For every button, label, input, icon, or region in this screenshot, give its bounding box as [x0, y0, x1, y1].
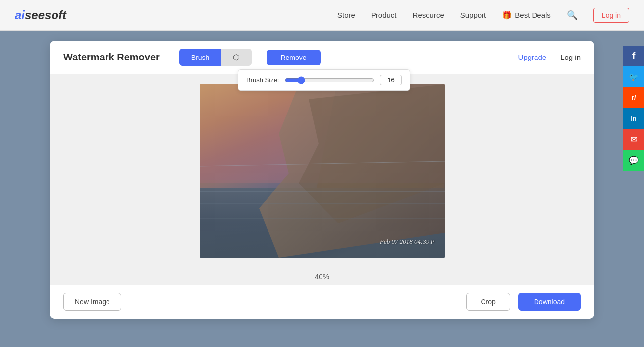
- social-sidebar: f 🐦 r/ in ✉ 💬: [623, 46, 644, 171]
- watermark-overlay-text: Feb 07 2018 04:39 P: [380, 238, 434, 246]
- reddit-icon: r/: [631, 94, 636, 102]
- nav-store[interactable]: Store: [337, 11, 355, 19]
- twitter-icon: 🐦: [629, 72, 639, 82]
- scene-svg: [200, 84, 445, 258]
- new-image-button[interactable]: New Image: [63, 293, 121, 311]
- panel-header-right: Upgrade Log in: [518, 53, 581, 61]
- best-deals-label: Best Deals: [515, 11, 551, 19]
- whatsapp-share-button[interactable]: 💬: [623, 150, 644, 171]
- image-area: Feb 07 2018 04:39 P: [50, 74, 594, 268]
- brush-size-input[interactable]: [380, 75, 402, 85]
- svg-rect-5: [200, 191, 445, 192]
- best-deals-link[interactable]: 🎁 Best Deals: [502, 10, 551, 20]
- whatsapp-icon: 💬: [629, 156, 639, 165]
- nav-support[interactable]: Support: [460, 11, 486, 19]
- nav-resource[interactable]: Resource: [413, 11, 444, 19]
- tool-panel: Watermark Remover Brush ⬡ Remove Upgrade…: [50, 41, 594, 319]
- gift-icon: 🎁: [502, 10, 512, 20]
- tool-buttons: Brush ⬡: [179, 49, 252, 66]
- brush-size-label: Brush Size:: [246, 76, 279, 84]
- nav-links: Store Product Resource Support 🎁 Best De…: [337, 8, 629, 23]
- progress-area: 40%: [50, 268, 594, 285]
- download-button[interactable]: Download: [518, 293, 581, 311]
- panel-login-link[interactable]: Log in: [560, 53, 581, 61]
- panel-footer: New Image Crop Download: [50, 285, 594, 319]
- reddit-share-button[interactable]: r/: [623, 87, 644, 108]
- nav-product[interactable]: Product: [371, 11, 397, 19]
- svg-rect-6: [200, 203, 445, 204]
- logo-seesoft: seesoft: [25, 8, 66, 22]
- panel-header: Watermark Remover Brush ⬡ Remove Upgrade…: [50, 41, 594, 74]
- main-content: Watermark Remover Brush ⬡ Remove Upgrade…: [0, 31, 644, 347]
- footer-actions: Crop Download: [466, 293, 581, 311]
- lasso-icon: ⬡: [233, 53, 240, 61]
- brush-button[interactable]: Brush: [179, 49, 221, 66]
- gmail-share-button[interactable]: ✉: [623, 129, 644, 150]
- progress-text: 40%: [315, 272, 329, 281]
- logo: aiseesoft: [15, 8, 66, 22]
- nav-login-button[interactable]: Log in: [593, 8, 629, 23]
- search-icon[interactable]: 🔍: [567, 10, 578, 21]
- lasso-button[interactable]: ⬡: [221, 49, 252, 66]
- svg-rect-7: [200, 218, 445, 219]
- upgrade-link[interactable]: Upgrade: [518, 53, 547, 61]
- facebook-share-button[interactable]: f: [623, 46, 644, 66]
- remove-button[interactable]: Remove: [267, 50, 320, 65]
- brush-size-popup: Brush Size:: [238, 69, 410, 91]
- linkedin-share-button[interactable]: in: [623, 108, 644, 129]
- gmail-icon: ✉: [631, 135, 637, 144]
- twitter-share-button[interactable]: 🐦: [623, 66, 644, 87]
- brush-size-slider[interactable]: [285, 76, 374, 84]
- linkedin-icon: in: [631, 115, 637, 122]
- facebook-icon: f: [632, 51, 636, 62]
- image-background: [200, 84, 445, 258]
- crop-button[interactable]: Crop: [466, 293, 510, 311]
- image-container[interactable]: Feb 07 2018 04:39 P: [200, 84, 445, 258]
- panel-title: Watermark Remover: [63, 52, 160, 63]
- navbar: aiseesoft Store Product Resource Support…: [0, 0, 644, 31]
- logo-ai: ai: [15, 8, 25, 22]
